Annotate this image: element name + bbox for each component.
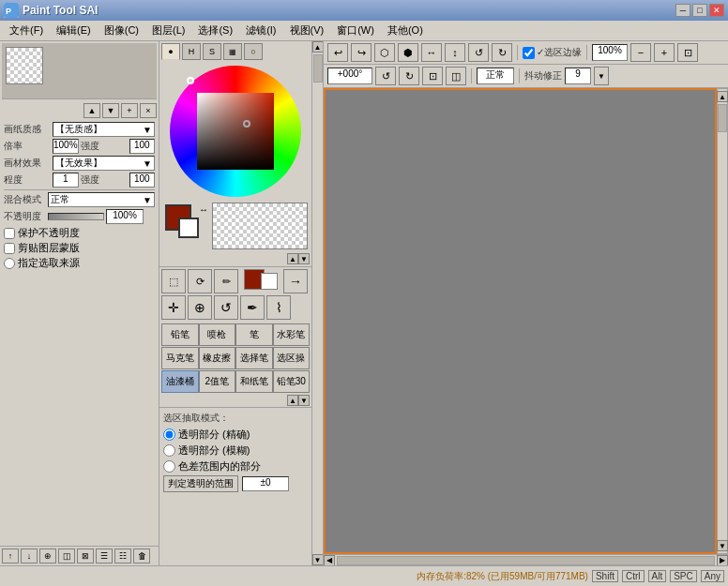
- move-tool-btn[interactable]: ✛: [161, 295, 186, 320]
- zoom-in-tool[interactable]: ⊕: [188, 295, 212, 320]
- vscroll-up[interactable]: ▲: [717, 91, 728, 102]
- layer-down-button[interactable]: ▼: [102, 103, 119, 118]
- color-tab-wheel[interactable]: ●: [161, 43, 180, 60]
- region-btn[interactable]: 选区操: [273, 347, 311, 369]
- layer-op-4[interactable]: ◫: [58, 548, 75, 563]
- layer-delete-button[interactable]: ×: [140, 103, 157, 118]
- dropper-tool[interactable]: ✏: [214, 269, 238, 293]
- color-scroll-down[interactable]: ▼: [298, 253, 310, 264]
- color-wheel-indicator[interactable]: [187, 77, 194, 84]
- color-tab-custom[interactable]: ○: [244, 43, 263, 60]
- minimize-button[interactable]: ─: [675, 4, 690, 17]
- airbrush-btn[interactable]: 喷枪: [199, 323, 236, 346]
- select-source-radio[interactable]: [4, 258, 15, 269]
- angle-value[interactable]: +000°: [327, 68, 372, 84]
- pen-btn[interactable]: 笔: [235, 323, 273, 346]
- maximize-button[interactable]: □: [692, 4, 707, 17]
- canvas-hscroll[interactable]: ◀ ▶: [324, 554, 728, 565]
- layer-op-1[interactable]: ↑: [2, 548, 19, 563]
- stabilizer-dropdown[interactable]: ▼: [594, 67, 609, 85]
- color-sq-indicator[interactable]: [243, 120, 250, 128]
- flip-h-button[interactable]: ↔: [421, 43, 442, 62]
- layer-op-6[interactable]: ☰: [96, 548, 113, 563]
- angle-reset-button[interactable]: ⊡: [422, 67, 443, 85]
- protect-opacity-check[interactable]: [4, 228, 15, 239]
- effect-select[interactable]: 【无效果】 ▼: [53, 156, 155, 171]
- layer-add-button[interactable]: +: [121, 103, 138, 118]
- menu-layer[interactable]: 图层(L): [146, 22, 190, 39]
- layer-op-7[interactable]: ☷: [114, 548, 131, 563]
- opacity-slider[interactable]: [48, 213, 104, 220]
- canvas-vscroll[interactable]: ▲ ▼: [717, 88, 728, 554]
- sel-option1-radio[interactable]: [163, 428, 175, 441]
- marker-btn[interactable]: 马克笔: [161, 347, 199, 369]
- select-pen-btn[interactable]: 选择笔: [235, 347, 273, 369]
- menu-file[interactable]: 文件(F): [4, 22, 49, 39]
- zoom-in-button[interactable]: +: [654, 43, 675, 62]
- zoom-out-button[interactable]: −: [630, 43, 651, 62]
- washi-btn[interactable]: 和纸笔: [235, 370, 273, 393]
- flip-v-button[interactable]: ↕: [445, 43, 465, 62]
- color-swatches-grid[interactable]: [212, 203, 308, 249]
- arrow-right-tool[interactable]: →: [283, 269, 308, 293]
- zoom-fit-button[interactable]: ⊡: [677, 43, 698, 62]
- vscroll-down[interactable]: ▼: [717, 540, 728, 551]
- layer-op-5[interactable]: ⊠: [77, 548, 94, 563]
- paste-button[interactable]: ⬢: [398, 43, 418, 62]
- range-label[interactable]: 判定透明的范围: [163, 475, 238, 492]
- redo-button[interactable]: ↪: [351, 43, 372, 62]
- tools-scroll-down[interactable]: ▼: [298, 395, 310, 406]
- select-rect-tool[interactable]: ⬚: [161, 269, 186, 293]
- pencil30-btn[interactable]: 铅笔30: [273, 370, 311, 393]
- mid-scroll-thumb[interactable]: [313, 54, 323, 83]
- color-tab-hsv[interactable]: S: [203, 43, 221, 60]
- menu-window[interactable]: 窗口(W): [331, 22, 380, 39]
- select-lasso-tool[interactable]: ⟳: [188, 269, 212, 293]
- layer-op-8[interactable]: 🗑: [133, 548, 150, 563]
- color-wheel[interactable]: [170, 66, 301, 197]
- range-input[interactable]: ±0: [242, 476, 289, 491]
- mid-scroll-down[interactable]: ▼: [312, 554, 324, 565]
- tools-scroll-up[interactable]: ▲: [287, 395, 298, 406]
- mid-scroll-up[interactable]: ▲: [312, 41, 324, 53]
- watercolor-btn[interactable]: 水彩笔: [273, 323, 311, 346]
- menu-filter[interactable]: 滤镜(I): [240, 22, 281, 39]
- close-button[interactable]: ✕: [709, 4, 724, 17]
- sel-option3-radio[interactable]: [163, 460, 175, 473]
- hscroll-left[interactable]: ◀: [324, 555, 335, 566]
- angle-btn2[interactable]: ◫: [446, 67, 466, 85]
- pencil-btn[interactable]: 铅笔: [161, 323, 199, 346]
- angle-ccw-button[interactable]: ↺: [375, 67, 396, 85]
- undo-button[interactable]: ↩: [327, 43, 348, 62]
- fill-tool-btn[interactable]: ⌇: [266, 295, 291, 320]
- 2val-btn[interactable]: 2值笔: [199, 370, 236, 393]
- canvas-area[interactable]: [324, 88, 717, 554]
- zoom-value[interactable]: 100%: [592, 44, 628, 61]
- sel-option2-radio[interactable]: [163, 444, 175, 457]
- rot-left-button[interactable]: ↺: [468, 43, 489, 62]
- layer-op-3[interactable]: ⊕: [39, 548, 56, 563]
- color-square[interactable]: [197, 93, 274, 170]
- eraser-btn[interactable]: 橡皮擦: [199, 347, 236, 369]
- select-edge-checkbox[interactable]: [523, 47, 535, 59]
- rotate-canvas-tool[interactable]: ↺: [214, 295, 238, 320]
- color-tab-palette[interactable]: ▦: [223, 43, 242, 60]
- layer-up-button[interactable]: ▲: [83, 103, 100, 118]
- color-scroll-up[interactable]: ▲: [287, 253, 298, 264]
- rot-right-button[interactable]: ↻: [492, 43, 512, 62]
- menu-select[interactable]: 选择(S): [192, 22, 238, 39]
- blend-mode-value[interactable]: 正常: [477, 68, 514, 84]
- menu-edit[interactable]: 编辑(E): [51, 22, 97, 39]
- hscroll-thumb[interactable]: [337, 556, 715, 565]
- bucket-btn[interactable]: 油漆桶: [161, 370, 199, 393]
- color-tab-rgb[interactable]: H: [182, 43, 201, 60]
- layer-op-2[interactable]: ↓: [21, 548, 38, 563]
- secondary-color-swatch[interactable]: [178, 218, 199, 238]
- menu-image[interactable]: 图像(C): [99, 22, 144, 39]
- menu-other[interactable]: 其他(O): [382, 22, 429, 39]
- menu-view[interactable]: 视图(V): [284, 22, 330, 39]
- secondary-color-mini[interactable]: [261, 273, 278, 290]
- texture-select[interactable]: 【无质感】 ▼: [53, 122, 155, 137]
- eyedropper-tool-btn[interactable]: ✒: [240, 295, 265, 320]
- angle-cw-button[interactable]: ↻: [399, 67, 419, 85]
